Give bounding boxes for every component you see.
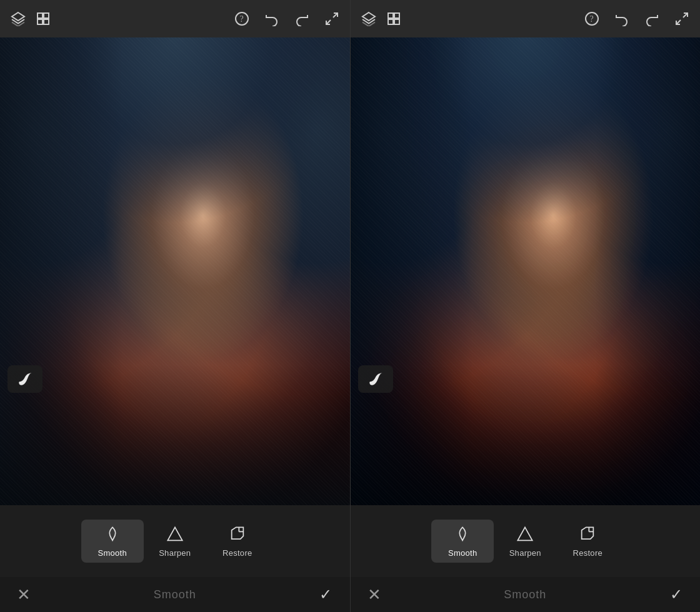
- svg-rect-13: [388, 13, 393, 18]
- right-face-image: [351, 37, 701, 505]
- right-photo-area: [351, 37, 701, 505]
- svg-rect-1: [38, 13, 42, 18]
- left-status-label: Smooth: [154, 588, 196, 601]
- right-toolbar-right-group: ?: [582, 9, 691, 28]
- left-photo-area: [0, 37, 350, 505]
- left-tool-buttons: Smooth Sharpen: [0, 505, 350, 577]
- svg-rect-16: [394, 19, 399, 24]
- right-confirm-button[interactable]: ✓: [665, 583, 688, 606]
- left-action-bar: ✕ Smooth ✓: [0, 577, 350, 612]
- svg-marker-21: [518, 527, 532, 540]
- expand-icon[interactable]: [322, 9, 341, 28]
- right-cancel-button[interactable]: ✕: [363, 583, 386, 606]
- sharpen-icon: [165, 525, 185, 545]
- svg-line-20: [676, 20, 681, 24]
- redo-icon[interactable]: [292, 9, 311, 28]
- right-restore-button[interactable]: Restore: [556, 520, 619, 563]
- restore-label: Restore: [222, 548, 252, 558]
- toolbar-left-group: [9, 9, 52, 28]
- right-smooth-label: Smooth: [448, 548, 478, 558]
- svg-rect-2: [44, 13, 49, 18]
- left-toolbar: ?: [0, 0, 350, 37]
- layers-icon[interactable]: [9, 9, 28, 28]
- sharpen-label: Sharpen: [159, 548, 191, 558]
- help-icon[interactable]: ?: [232, 9, 251, 28]
- svg-line-7: [333, 13, 338, 17]
- right-restore-icon: [578, 525, 598, 545]
- restore-icon: [228, 525, 248, 545]
- left-portrait: [0, 37, 350, 505]
- svg-line-8: [326, 20, 331, 24]
- right-toolbar-left-group: [359, 9, 403, 28]
- right-sharpen-label: Sharpen: [509, 548, 541, 558]
- image-grid-icon[interactable]: [34, 9, 52, 28]
- smooth-label: Smooth: [98, 548, 127, 558]
- svg-text:?: ?: [239, 14, 243, 24]
- left-face-image: [0, 37, 350, 505]
- undo-icon[interactable]: [262, 9, 281, 28]
- svg-rect-3: [38, 19, 42, 24]
- left-bottom-tools: Smooth Sharpen: [0, 505, 350, 577]
- right-redo-icon[interactable]: [642, 9, 661, 28]
- right-layers-icon[interactable]: [359, 9, 378, 28]
- right-sharpen-button[interactable]: Sharpen: [494, 520, 556, 563]
- left-smooth-button[interactable]: Smooth: [81, 520, 144, 563]
- panels-container: ?: [0, 0, 700, 612]
- brush-tool-button[interactable]: [8, 365, 42, 393]
- right-image-grid-icon[interactable]: [384, 9, 403, 28]
- svg-rect-4: [44, 19, 49, 24]
- left-cancel-button[interactable]: ✕: [12, 583, 35, 606]
- right-smooth-button[interactable]: Smooth: [431, 520, 494, 563]
- svg-text:?: ?: [590, 14, 594, 24]
- right-smooth-icon: [452, 525, 472, 545]
- svg-marker-12: [362, 12, 375, 21]
- svg-rect-14: [394, 13, 399, 18]
- right-sharpen-icon: [515, 525, 535, 545]
- left-restore-button[interactable]: Restore: [206, 520, 269, 563]
- right-brush-tool-button[interactable]: [358, 365, 393, 393]
- right-restore-label: Restore: [572, 548, 602, 558]
- svg-line-19: [683, 13, 688, 17]
- right-help-icon[interactable]: ?: [582, 9, 601, 28]
- left-confirm-button[interactable]: ✓: [314, 583, 337, 606]
- right-toolbar: ?: [351, 0, 701, 37]
- left-panel: ?: [0, 0, 351, 612]
- smooth-icon: [102, 525, 122, 545]
- right-action-bar: ✕ Smooth ✓: [351, 577, 701, 612]
- toolbar-right-group: ?: [232, 9, 341, 28]
- svg-marker-9: [168, 527, 182, 540]
- svg-rect-15: [388, 19, 393, 24]
- right-undo-icon[interactable]: [612, 9, 631, 28]
- right-bottom-tools: Smooth Sharpen: [351, 505, 701, 577]
- right-panel: ?: [351, 0, 701, 612]
- right-status-label: Smooth: [504, 588, 546, 601]
- right-expand-icon[interactable]: [672, 9, 691, 28]
- left-sharpen-button[interactable]: Sharpen: [144, 520, 206, 563]
- right-portrait: [351, 37, 701, 505]
- svg-marker-0: [12, 12, 24, 21]
- right-tool-buttons: Smooth Sharpen: [351, 505, 701, 577]
